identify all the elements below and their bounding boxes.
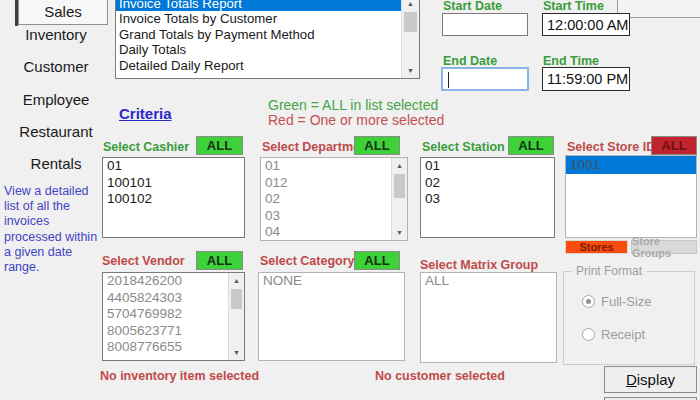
report-list-item[interactable]: Daily Totals: [116, 42, 419, 57]
sidebar-item-inventory[interactable]: Inventory: [0, 26, 112, 44]
display-button-label: isplay: [637, 371, 675, 388]
radio-receipt: [582, 328, 595, 341]
scroll-up-icon: ▲: [229, 273, 244, 288]
select-category-label: Select Category: [260, 254, 354, 268]
radio-selected-icon: [586, 299, 591, 304]
category-all-button[interactable]: ALL: [354, 251, 400, 270]
radio-label: Receipt: [601, 327, 645, 342]
list-item[interactable]: 100101: [103, 175, 244, 192]
scrollbar-thumb[interactable]: [404, 12, 417, 32]
end-time-label: End Time: [543, 54, 599, 68]
print-format-group: Print Format Full-Size Receipt: [563, 271, 695, 365]
pos-report-window: Sales Inventory Customer Employee Restau…: [0, 0, 700, 400]
list-item: 02: [261, 191, 407, 208]
select-store-id-label: Select Store ID: [567, 140, 655, 154]
report-description: View a detailed list of all the invoices…: [4, 184, 106, 275]
list-item: 01: [261, 158, 407, 175]
report-list-item[interactable]: Invoice Totals by Customer: [116, 11, 419, 26]
report-list-item[interactable]: Invoice Totals Report: [116, 0, 419, 11]
start-date-input[interactable]: [442, 13, 528, 36]
end-time-field[interactable]: 11:59:00 PM: [542, 67, 630, 91]
cashier-list[interactable]: 01 100101 100102: [102, 157, 245, 238]
vendor-all-button[interactable]: ALL: [196, 251, 243, 270]
sidebar-item-employee[interactable]: Employee: [0, 91, 112, 109]
list-item: ALL: [421, 273, 556, 290]
scroll-down-icon: ▼: [229, 345, 244, 360]
scrollbar-thumb: [231, 289, 242, 309]
end-date-input[interactable]: [441, 67, 529, 91]
scroll-down-icon[interactable]: ▼: [402, 63, 419, 78]
vendor-list-scrollbar: ▲ ▼: [228, 273, 244, 360]
list-item[interactable]: 01: [421, 158, 554, 175]
department-all-button[interactable]: ALL: [354, 136, 400, 155]
list-item[interactable]: 1001: [566, 156, 696, 174]
list-item[interactable]: 100102: [103, 191, 244, 208]
vendor-list: 2018426200 4405824303 5704769982 8005623…: [102, 272, 245, 361]
list-item: 8005623771: [103, 323, 244, 340]
store-id-all-button[interactable]: ALL: [651, 136, 697, 155]
list-item[interactable]: 03: [421, 191, 554, 208]
select-matrix-group-label: Select Matrix Group: [420, 258, 538, 272]
list-item[interactable]: 02: [421, 175, 554, 192]
select-cashier-label: Select Cashier: [103, 140, 189, 154]
station-list[interactable]: 01 02 03: [420, 157, 555, 238]
sidebar-item-restaurant[interactable]: Restaurant: [0, 123, 112, 141]
list-item: 04: [261, 224, 407, 241]
report-list-scrollbar[interactable]: ▲ ▼: [401, 0, 419, 78]
store-id-list[interactable]: 1001: [565, 155, 697, 238]
list-item: 03: [261, 208, 407, 225]
sidebar-item-sales[interactable]: Sales: [18, 0, 108, 25]
inventory-status-message: No inventory item selected: [100, 369, 259, 383]
radio-label: Full-Size: [601, 294, 652, 309]
list-item: 8008776655: [103, 339, 244, 356]
station-all-button[interactable]: ALL: [508, 136, 554, 155]
store-groups-button: Store Groups: [631, 240, 697, 254]
legend-green: Green = ALL in list selected: [268, 97, 438, 113]
matrix-group-list: ALL: [420, 272, 557, 363]
select-vendor-label: Select Vendor: [102, 254, 185, 268]
select-station-label: Select Station: [422, 140, 505, 154]
radio-full-size: [582, 295, 595, 308]
start-date-label: Start Date: [443, 0, 502, 13]
scrollbar-thumb: [394, 174, 405, 198]
scroll-up-icon: ▲: [392, 158, 407, 173]
customer-status-message: No customer selected: [375, 369, 505, 383]
report-list-item[interactable]: Grand Totals by Payment Method: [116, 27, 419, 42]
scroll-down-icon: ▼: [392, 225, 407, 240]
legend-red: Red = One or more selected: [268, 112, 444, 128]
text-caret: [448, 72, 449, 88]
category-list: NONE: [258, 272, 405, 361]
end-date-label: End Date: [443, 54, 497, 68]
report-list-item[interactable]: Detailed Daily Report: [116, 58, 419, 73]
scroll-up-icon[interactable]: ▲: [402, 0, 419, 11]
sidebar-item-customer[interactable]: Customer: [0, 58, 112, 76]
report-type-list[interactable]: Invoice Totals Report Invoice Totals by …: [115, 0, 420, 79]
display-button[interactable]: Display: [604, 366, 697, 393]
department-list-scrollbar: ▲ ▼: [391, 158, 407, 240]
list-item: 4405824303: [103, 290, 244, 307]
stores-button[interactable]: Stores: [565, 240, 628, 254]
start-time-field[interactable]: 12:00:00 AM: [542, 13, 630, 36]
start-time-label: Start Time: [543, 0, 604, 13]
sidebar-item-label: Sales: [44, 3, 82, 20]
print-format-title: Print Format: [572, 264, 646, 278]
criteria-link[interactable]: Criteria: [119, 105, 172, 122]
cashier-all-button[interactable]: ALL: [196, 136, 243, 155]
list-item: 012: [261, 175, 407, 192]
list-item[interactable]: 01: [103, 158, 244, 175]
list-item: NONE: [259, 273, 404, 290]
list-item: 5704769982: [103, 306, 244, 323]
display-button-accesskey: D: [626, 371, 637, 388]
department-list: 01 012 02 03 04 ▲ ▼: [260, 157, 408, 241]
sidebar-item-rentals[interactable]: Rentals: [0, 155, 112, 173]
list-item: 2018426200: [103, 273, 244, 290]
